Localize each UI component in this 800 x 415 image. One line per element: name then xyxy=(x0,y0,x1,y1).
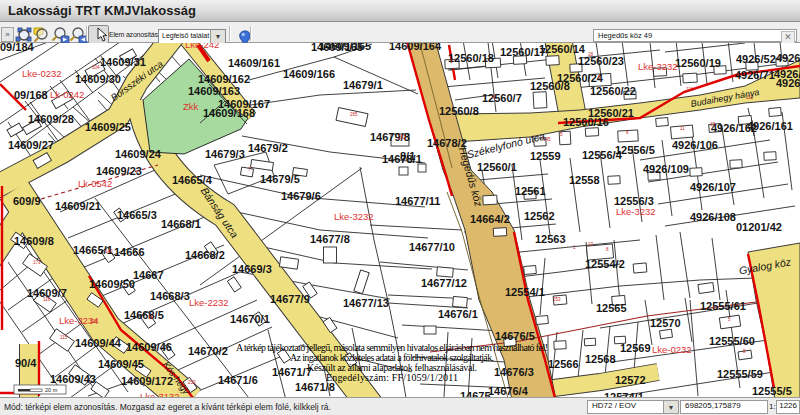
svg-text:14609/45: 14609/45 xyxy=(98,358,144,370)
svg-text:14609/165: 14609/165 xyxy=(319,43,371,52)
svg-text:14609/23: 14609/23 xyxy=(96,165,142,177)
svg-text:12563: 12563 xyxy=(535,233,566,245)
svg-text:14679/1: 14679/1 xyxy=(343,79,383,91)
svg-text:14665/3: 14665/3 xyxy=(117,209,157,221)
svg-text:Lk-0542: Lk-0542 xyxy=(78,178,112,189)
svg-text:12561: 12561 xyxy=(515,185,546,197)
svg-text:4926/106: 4926/106 xyxy=(672,139,718,151)
svg-text:14609/8: 14609/8 xyxy=(14,235,54,247)
svg-text:14668/5: 14668/5 xyxy=(124,309,164,321)
svg-text:4926/107: 4926/107 xyxy=(690,181,736,193)
svg-text:Lke-3232: Lke-3232 xyxy=(334,211,374,222)
svg-text:14609/50: 14609/50 xyxy=(89,278,135,290)
svg-text:12558: 12558 xyxy=(569,174,600,186)
svg-text:4926/8: 4926/8 xyxy=(776,52,800,64)
svg-text:253: 253 xyxy=(553,297,561,302)
svg-text:Lke-0232: Lke-0232 xyxy=(22,68,62,79)
svg-text:173: 173 xyxy=(33,260,41,265)
svg-text:253: 253 xyxy=(188,380,196,385)
svg-text:12568: 12568 xyxy=(585,353,616,365)
svg-text:12560/23: 12560/23 xyxy=(578,55,624,67)
svg-text:14667: 14667 xyxy=(133,269,164,281)
svg-text:12570: 12570 xyxy=(650,317,681,329)
svg-text:14609/161: 14609/161 xyxy=(228,57,280,69)
svg-text:14609/164: 14609/164 xyxy=(389,43,442,52)
svg-text:14609/27: 14609/27 xyxy=(8,139,54,151)
svg-text:14677/8: 14677/8 xyxy=(310,233,350,245)
svg-text:12560/22: 12560/22 xyxy=(590,85,636,97)
svg-text:14677/13: 14677/13 xyxy=(343,297,389,309)
svg-text:14677/11: 14677/11 xyxy=(395,195,440,207)
svg-text:14679/6: 14679/6 xyxy=(281,190,321,202)
svg-text:17: 17 xyxy=(588,242,594,247)
svg-text:12566: 12566 xyxy=(548,358,579,370)
svg-text:265: 265 xyxy=(350,112,358,117)
svg-text:4926/161: 4926/161 xyxy=(747,120,793,132)
svg-text:12572: 12572 xyxy=(615,374,646,386)
svg-text:14670/2: 14670/2 xyxy=(188,345,228,357)
svg-text:09/168: 09/168 xyxy=(14,89,48,101)
svg-text:14676/1: 14676/1 xyxy=(438,308,478,320)
svg-text:4926/71: 4926/71 xyxy=(735,69,775,81)
svg-text:4926/5: 4926/5 xyxy=(776,77,800,89)
svg-text:14668/3: 14668/3 xyxy=(150,290,190,302)
svg-text:Lke-3232: Lke-3232 xyxy=(638,61,678,72)
svg-text:14676/3: 14676/3 xyxy=(494,366,534,378)
svg-text:12556/5: 12556/5 xyxy=(615,144,655,156)
svg-text:609/9: 609/9 xyxy=(13,195,41,207)
svg-text:14609/44: 14609/44 xyxy=(75,337,122,349)
svg-text:09/184: 09/184 xyxy=(0,43,35,53)
svg-text:12560/24: 12560/24 xyxy=(557,72,604,84)
svg-text:14609/162: 14609/162 xyxy=(198,73,250,85)
svg-text:14609/31: 14609/31 xyxy=(100,56,146,68)
svg-text:116: 116 xyxy=(43,297,51,302)
svg-text:Lke-3232: Lke-3232 xyxy=(616,206,656,217)
svg-text:Zkk: Zkk xyxy=(183,101,199,112)
svg-text:14668/1: 14668/1 xyxy=(161,218,201,230)
svg-text:14609/168: 14609/168 xyxy=(203,107,255,119)
svg-text:202: 202 xyxy=(398,135,406,140)
svg-text:20 m: 20 m xyxy=(45,387,58,393)
svg-text:14677/9: 14677/9 xyxy=(270,293,310,305)
svg-text:118: 118 xyxy=(90,319,98,324)
svg-text:16: 16 xyxy=(148,315,154,320)
svg-text:115: 115 xyxy=(60,335,68,340)
svg-text:14609/28: 14609/28 xyxy=(28,113,74,125)
svg-text:14609/30: 14609/30 xyxy=(75,73,121,85)
svg-text:12560/18: 12560/18 xyxy=(448,52,494,64)
svg-text:12554/2: 12554/2 xyxy=(585,258,625,270)
svg-text:12560/16: 12560/16 xyxy=(563,116,609,128)
svg-text:12565: 12565 xyxy=(596,302,627,314)
svg-text:Lke-2232: Lke-2232 xyxy=(189,297,229,308)
svg-text:104: 104 xyxy=(92,65,100,70)
svg-text:14671/7: 14671/7 xyxy=(272,366,312,378)
svg-text:4926/109: 4926/109 xyxy=(643,163,689,175)
svg-text:14666: 14666 xyxy=(114,246,145,258)
svg-text:Lke-0232: Lke-0232 xyxy=(652,344,692,355)
svg-text:14670/1: 14670/1 xyxy=(230,313,270,325)
svg-text:14609/166: 14609/166 xyxy=(283,68,335,80)
svg-text:8/1: 8/1 xyxy=(400,150,415,162)
svg-text:90/4: 90/4 xyxy=(15,357,37,369)
svg-text:12555/61: 12555/61 xyxy=(700,300,746,312)
svg-text:11: 11 xyxy=(680,126,685,131)
svg-text:14609/163: 14609/163 xyxy=(188,85,240,97)
svg-text:14609/25: 14609/25 xyxy=(85,121,131,133)
svg-text:14679/3: 14679/3 xyxy=(205,148,245,160)
svg-text:14677/10: 14677/10 xyxy=(409,241,455,253)
svg-text:14609/46: 14609/46 xyxy=(126,341,172,353)
svg-text:14665/4: 14665/4 xyxy=(172,174,213,186)
svg-text:14676/4: 14676/4 xyxy=(488,385,529,397)
svg-text:12560/7: 12560/7 xyxy=(482,92,522,104)
svg-text:12569: 12569 xyxy=(620,342,651,354)
svg-text:12560/8: 12560/8 xyxy=(439,105,479,117)
svg-text:Lke-242: Lke-242 xyxy=(185,43,219,50)
svg-text:12562: 12562 xyxy=(524,210,555,222)
svg-text:14609/21: 14609/21 xyxy=(55,200,101,212)
svg-text:116: 116 xyxy=(686,87,694,92)
svg-text:4926/108: 4926/108 xyxy=(690,211,736,223)
svg-text:4926/52: 4926/52 xyxy=(736,53,776,65)
svg-text:14679/2: 14679/2 xyxy=(248,142,288,154)
svg-text:14669/3: 14669/3 xyxy=(232,263,272,275)
svg-text:14679/5: 14679/5 xyxy=(260,173,300,185)
